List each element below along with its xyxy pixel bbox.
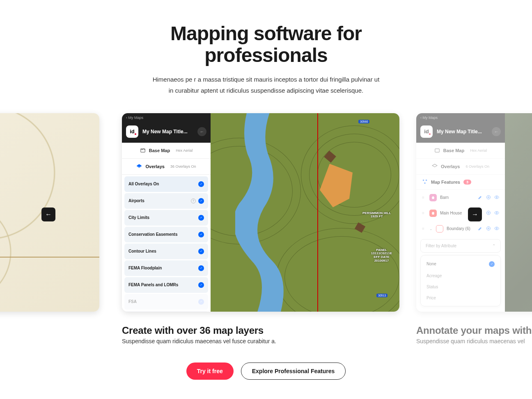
fema-panel-label: PANEL 13111C0211E EFF DATE 20100917 [371,249,392,263]
feature-type-icon [436,225,443,233]
checkbox-toggle[interactable] [198,265,204,271]
visibility-icon[interactable] [494,226,499,232]
base-map-label: Base Map [443,148,464,153]
checkbox-toggle[interactable] [198,232,204,237]
overlay-label: All Overlays On [128,182,159,186]
overlay-item[interactable]: Airports? [124,193,208,209]
svg-rect-1 [435,149,440,152]
base-map-section[interactable]: Base Map Hex Aerial [416,143,505,159]
layers-icon [136,164,142,169]
locate-icon[interactable] [486,226,491,232]
collapse-button[interactable]: ← [492,127,501,136]
sidebar-panel: ‹ My Maps id My New Map Title... ← Base … [416,113,505,312]
feature-label: Boundary (6) [447,226,470,231]
checkbox-toggle[interactable] [198,282,204,288]
overlay-item[interactable]: Contour Lines [124,244,208,259]
checkbox-toggle[interactable] [198,215,204,221]
feature-item[interactable]: ≡⌄Boundary (6) [416,221,505,237]
filter-option[interactable]: Acreage [421,270,500,281]
filter-dropdown-menu: NoneAcreageStatusPrice [420,255,501,306]
check-icon [489,261,495,267]
visibility-icon[interactable] [494,195,499,201]
road-line [0,257,99,258]
features-icon [422,179,428,185]
svg-point-8 [488,212,489,213]
feature-item[interactable]: ≡Barn [416,190,505,205]
overlays-count: 6 Overlays On [466,164,489,169]
locate-icon[interactable] [486,195,491,201]
locate-icon[interactable] [486,210,491,216]
option-label: Acreage [427,274,442,278]
map-features-section[interactable]: Map Features 3 [416,175,505,190]
map-canvas[interactable]: 30560 30513 PERSIMMON HILL 1929 FT PANEL… [211,113,399,312]
try-free-button[interactable]: Try it free [186,363,234,380]
checkbox-toggle[interactable] [198,249,204,254]
filter-dropdown-trigger[interactable]: Filter by Attribute ⌃ [420,239,501,253]
overlays-label: Overlays [441,164,460,169]
map-title[interactable]: My New Map Title... [437,129,488,135]
svg-point-10 [496,212,498,213]
map-background [505,113,532,312]
edit-icon[interactable] [478,226,483,232]
breadcrumb[interactable]: ‹ My Maps [122,113,211,122]
features-count-badge: 3 [463,180,471,185]
hero-title: Mapping software for professionals [0,23,532,66]
overlays-section[interactable]: Overlays 36 Overlays On [122,159,211,175]
overlay-item[interactable]: FEMA Floodplain [124,260,208,276]
poi-label: PERSIMMON HILL 1929 FT [362,212,391,219]
edit-icon[interactable] [478,195,483,201]
panel-header: ‹ My Maps id My New Map Title... ← [416,113,505,143]
svg-point-2 [423,179,424,181]
breadcrumb[interactable]: ‹ My Maps [416,113,505,122]
overlays-section[interactable]: Overlays 6 Overlays On [416,159,505,175]
checkbox-toggle[interactable] [198,181,204,187]
checkbox-toggle[interactable] [198,299,204,305]
svg-point-5 [488,196,489,198]
overlay-item[interactable]: Conservation Easements [124,227,208,242]
chevron-down-icon[interactable]: ⌄ [429,227,433,231]
slide-caption: Create with over 36 map layers Suspendis… [122,325,399,344]
overlay-item[interactable]: Game Management Areas [124,311,208,312]
drag-handle-icon[interactable]: ≡ [422,211,426,215]
svg-point-4 [424,182,426,184]
checkbox-toggle[interactable] [198,198,204,204]
app-logo: id [126,125,138,138]
base-map-section[interactable]: Base Map Hex Aerial [122,143,211,159]
filter-label: Filter by Attribute [426,244,456,248]
filter-option[interactable]: None [421,258,500,270]
svg-point-13 [496,228,498,229]
overlay-label: FSA [128,299,137,304]
map-title[interactable]: My New Map Title... [142,129,193,135]
help-icon[interactable]: ? [191,198,196,203]
explore-features-button[interactable]: Explore Professional Features [241,363,346,380]
features-list: ≡Barn≡Main House≡⌄Boundary (6) [416,190,505,237]
features-label: Map Features [431,180,460,185]
overlay-item[interactable]: City Limits [124,210,208,226]
river-shape [235,113,293,312]
visibility-icon[interactable] [494,210,499,216]
option-label: Status [427,285,438,289]
svg-point-11 [488,228,489,229]
collapse-button[interactable]: ← [197,127,206,136]
drag-handle-icon[interactable]: ≡ [422,195,426,200]
drag-handle-icon[interactable]: ≡ [422,226,426,231]
overlays-label: Overlays [145,164,164,169]
cta-row: Try it free Explore Professional Feature… [0,363,532,380]
base-map-value: Hex Aerial [470,148,487,153]
option-label: Price [427,296,436,300]
feature-item[interactable]: ≡Main House [416,205,505,221]
carousel-prev-button[interactable]: ← [41,207,55,221]
overlay-item[interactable]: FSA [124,294,208,310]
caption-title: Create with over 36 map layers [122,325,399,336]
overlay-label: City Limits [128,215,149,220]
carousel-next-button[interactable]: → [468,207,482,221]
feature-type-icon [429,194,437,201]
road-badge: 30560 [358,120,369,123]
filter-option[interactable]: Status [421,281,500,292]
feature-label: Barn [440,195,449,200]
overlay-item[interactable]: FEMA Panels and LOMRs [124,277,208,293]
road-badge: 30513 [376,294,388,297]
hero-subtitle: Himenaeos pe r a massa tristique sit mau… [0,74,532,96]
overlay-item[interactable]: All Overlays On [124,176,208,192]
filter-option[interactable]: Price [421,292,500,303]
